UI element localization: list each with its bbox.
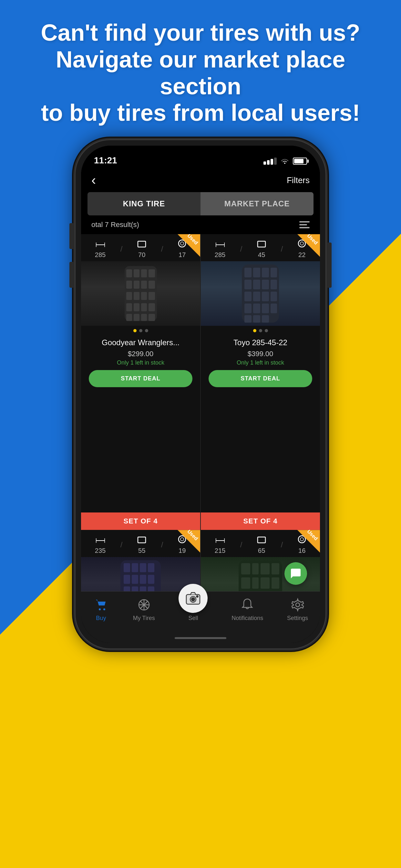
tire-name-goodyear: Goodyear Wranglers... (81, 336, 200, 347)
nav-item-sell[interactable]: Sell (179, 584, 208, 622)
svg-rect-61 (132, 563, 138, 572)
aperture-icon (136, 597, 152, 613)
aspect-icon-terrain (257, 535, 266, 546)
svg-rect-67 (148, 575, 154, 584)
spec-width-goodyear: 285 (95, 251, 105, 259)
svg-rect-66 (140, 575, 146, 584)
spec-width-continental: 235 (95, 547, 105, 554)
svg-rect-91 (252, 578, 258, 589)
svg-rect-17 (141, 292, 147, 300)
nav-label-my-tires: My Tires (133, 615, 155, 622)
svg-rect-88 (260, 563, 270, 575)
svg-rect-37 (271, 268, 277, 277)
svg-point-102 (103, 609, 105, 610)
sell-camera-button[interactable] (179, 584, 208, 613)
svg-rect-56 (138, 537, 146, 543)
svg-rect-3 (138, 241, 146, 247)
tab-king-tire[interactable]: KING TIRE (88, 192, 201, 215)
svg-rect-9 (141, 269, 147, 277)
svg-point-112 (296, 603, 300, 607)
svg-rect-11 (126, 281, 132, 289)
svg-rect-39 (253, 280, 260, 289)
start-deal-button-toyo[interactable]: START DEAL (209, 370, 312, 387)
aspect-icon-continental (137, 535, 146, 546)
svg-rect-30 (258, 241, 266, 247)
nav-item-buy[interactable]: Buy (93, 597, 109, 622)
svg-rect-62 (140, 563, 146, 572)
svg-rect-16 (134, 292, 140, 300)
svg-rect-35 (253, 268, 260, 277)
phone-screen: 11:21 ‹ (81, 146, 320, 643)
svg-rect-12 (134, 281, 140, 289)
svg-rect-52 (262, 315, 269, 322)
aspect-icon-goodyear (137, 240, 146, 250)
notch (168, 146, 233, 159)
width-icon-continental (96, 535, 105, 546)
app-content: ‹ Filters KING TIRE MARKET PLACE otal 7 … (81, 168, 320, 643)
back-button[interactable]: ‹ (91, 174, 96, 187)
image-dots-toyo (201, 326, 320, 336)
svg-rect-89 (272, 563, 279, 575)
svg-rect-46 (244, 304, 251, 313)
tab-market-place[interactable]: MARKET PLACE (201, 192, 313, 215)
svg-rect-65 (132, 575, 138, 584)
svg-rect-20 (134, 303, 140, 311)
spec-rim-toyo: 22 (298, 251, 305, 259)
tire-stock-goodyear: Only 1 left in stock (81, 358, 200, 370)
svg-rect-21 (141, 303, 147, 311)
products-grid-top: Used 285 / (81, 234, 320, 513)
svg-rect-40 (262, 280, 269, 289)
spec-aspect-terrain: 65 (258, 547, 265, 554)
svg-point-111 (197, 596, 198, 597)
svg-rect-41 (271, 280, 277, 289)
spec-width-toyo: 285 (215, 251, 225, 259)
spec-divider-2: / (161, 244, 163, 253)
spec-width-terrain: 215 (215, 547, 225, 554)
spec-rim-goodyear: 17 (179, 251, 186, 259)
set-of-4-banner-right: SET OF 4 (201, 513, 320, 530)
svg-rect-47 (253, 304, 260, 313)
nav-label-buy: Buy (96, 615, 106, 622)
bell-icon (239, 597, 255, 613)
svg-rect-10 (149, 269, 155, 277)
svg-rect-50 (244, 315, 251, 322)
nav-item-my-tires[interactable]: My Tires (133, 597, 155, 622)
gear-icon (289, 597, 306, 613)
svg-rect-49 (271, 304, 277, 313)
tire-price-goodyear: $299.00 (81, 347, 200, 358)
svg-rect-14 (149, 281, 155, 289)
product-card-toyo: Used 285 / (201, 234, 320, 513)
spec-aspect-goodyear: 70 (138, 251, 145, 259)
tire-stock-toyo: Only 1 left in stock (201, 358, 320, 370)
nav-item-notifications[interactable]: Notifications (232, 597, 263, 622)
tire-price-toyo: $399.00 (201, 347, 320, 358)
svg-rect-82 (258, 537, 266, 543)
filters-button[interactable]: Filters (287, 175, 310, 185)
promo-text: Can't find your tires with us?Navigate o… (0, 0, 401, 139)
svg-rect-86 (241, 563, 250, 575)
tabs-container: KING TIRE MARKET PLACE (88, 192, 313, 215)
svg-rect-90 (241, 578, 250, 589)
nav-label-sell: Sell (188, 615, 198, 622)
status-time: 11:21 (94, 155, 117, 166)
chat-fab[interactable] (284, 562, 307, 585)
start-deal-button-goodyear[interactable]: START DEAL (89, 370, 192, 387)
svg-rect-7 (126, 269, 132, 277)
list-view-icon[interactable] (299, 221, 310, 228)
nav-item-settings[interactable]: Settings (287, 597, 308, 622)
svg-rect-93 (272, 578, 279, 589)
svg-point-32 (300, 242, 304, 245)
tire-image-toyo (201, 261, 320, 326)
svg-rect-48 (262, 304, 269, 313)
phone-device: 11:21 ‹ (74, 139, 327, 649)
svg-point-101 (99, 609, 101, 610)
nav-label-settings: Settings (287, 615, 308, 622)
svg-rect-42 (244, 291, 251, 301)
svg-rect-22 (149, 303, 155, 311)
wifi-icon (281, 157, 289, 166)
svg-rect-23 (126, 314, 132, 321)
svg-rect-87 (252, 563, 258, 575)
svg-rect-36 (262, 268, 269, 277)
svg-rect-18 (149, 292, 155, 300)
spec-aspect-continental: 55 (138, 547, 145, 554)
